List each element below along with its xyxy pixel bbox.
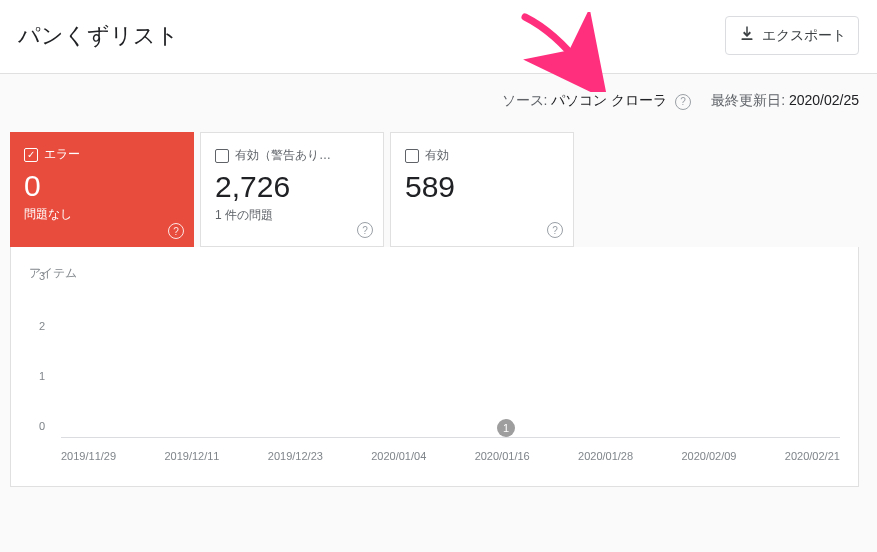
card-value: 2,726 [215,170,369,203]
x-axis: 2019/11/292019/12/112019/12/232020/01/04… [61,438,840,468]
source-group: ソース: パソコン クローラ ? [502,92,692,110]
x-tick: 2019/11/29 [61,450,116,462]
page-title: パンくずリスト [18,21,179,51]
help-icon[interactable]: ? [168,223,184,239]
y-tick: 3 [39,270,45,282]
y-tick: 1 [39,370,45,382]
export-button[interactable]: エクスポート [725,16,859,55]
x-tick: 2020/01/28 [578,450,633,462]
updated-value: 2020/02/25 [789,92,859,108]
export-button-label: エクスポート [762,27,846,45]
help-icon[interactable]: ? [547,222,563,238]
card-label: エラー [44,146,80,163]
card-valid-warning[interactable]: 有効（警告あり… 2,726 1 件の問題 ? [200,132,384,247]
y-tick: 0 [39,420,45,432]
main: エラー 0 問題なし ? 有効（警告あり… 2,726 1 件の問題 ? 有効 … [0,122,877,487]
plot-area: 1 [61,288,840,438]
source-label: ソース: [502,92,548,108]
x-tick: 2020/02/09 [681,450,736,462]
status-cards: エラー 0 問題なし ? 有効（警告あり… 2,726 1 件の問題 ? 有効 … [10,132,859,247]
chart-annotation-bubble[interactable]: 1 [497,419,515,437]
source-value: パソコン クローラ [551,92,667,108]
card-label: 有効（警告あり… [235,147,331,164]
chart-title: アイテム [29,265,840,282]
help-icon[interactable]: ? [357,222,373,238]
header: パンくずリスト エクスポート [0,0,877,74]
x-tick: 2020/01/04 [371,450,426,462]
card-sub: 1 件の問題 [215,207,369,224]
card-valid[interactable]: 有効 589 ? [390,132,574,247]
card-value: 0 [24,169,180,202]
checkbox-icon [405,149,419,163]
chart: 0123 1 2019/11/292019/12/112019/12/23202… [39,288,840,468]
checkbox-icon [215,149,229,163]
updated-label: 最終更新日: [711,92,785,108]
download-icon [738,25,756,46]
x-tick: 2019/12/23 [268,450,323,462]
x-tick: 2019/12/11 [164,450,219,462]
x-tick: 2020/01/16 [475,450,530,462]
y-axis: 0123 [39,288,53,438]
card-value: 589 [405,170,559,203]
updated-group: 最終更新日: 2020/02/25 [711,92,859,110]
help-icon[interactable]: ? [675,94,691,110]
card-label: 有効 [425,147,449,164]
card-sub: 問題なし [24,206,180,223]
checkbox-icon [24,148,38,162]
card-error[interactable]: エラー 0 問題なし ? [10,132,194,247]
chart-panel: アイテム 0123 1 2019/11/292019/12/112019/12/… [10,247,859,487]
y-tick: 2 [39,320,45,332]
meta-row: ソース: パソコン クローラ ? 最終更新日: 2020/02/25 [0,74,877,122]
x-tick: 2020/02/21 [785,450,840,462]
